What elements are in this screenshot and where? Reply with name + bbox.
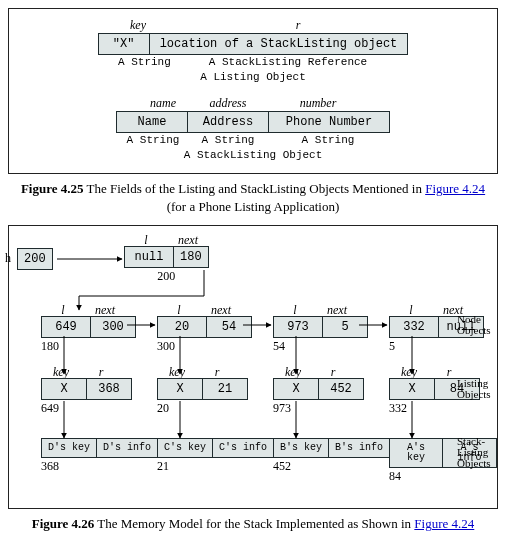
stacklisting-address: 21 xyxy=(157,460,274,472)
h-box: h 200 xyxy=(17,248,53,270)
head-node-label-next: next xyxy=(168,234,208,246)
listing-key-value: X xyxy=(41,378,87,400)
head-node: l next null 180 200 xyxy=(124,234,209,282)
type-label-stacklisting-ref: A StackListing Reference xyxy=(188,57,388,68)
caption-fig-num: Figure 4.25 xyxy=(21,181,84,196)
object-label-listing: A Listing Object xyxy=(200,72,306,83)
figure-4-24-link[interactable]: Figure 4.24 xyxy=(425,181,485,196)
side-label-node: Node Objects xyxy=(457,314,493,336)
node-object: lnext2054300 xyxy=(157,304,252,352)
figure-4-26-panel: h 200 l next null 180 200 lnext649300180… xyxy=(8,225,498,509)
listing-address: 332 xyxy=(389,402,480,414)
node-address: 5 xyxy=(389,340,484,352)
listing-object-diagram: key r "X" location of a StackListing obj… xyxy=(17,19,489,83)
stacklisting-key: A's key xyxy=(389,438,443,468)
h-label: h xyxy=(5,252,11,264)
type-label-string: A String xyxy=(118,57,178,68)
node-address: 54 xyxy=(273,340,368,352)
node-label-l: l xyxy=(41,304,85,316)
node-address: 180 xyxy=(41,340,136,352)
stacklisting-address: 452 xyxy=(273,460,390,472)
head-node-addr: 200 xyxy=(124,270,209,282)
listing-label-r: r xyxy=(313,366,353,378)
node-label-next: next xyxy=(85,304,125,316)
node-address: 300 xyxy=(157,340,252,352)
caption-fig-num-26: Figure 4.26 xyxy=(32,516,95,531)
listing-object: keyrX2120 xyxy=(157,366,248,414)
listing-address: 973 xyxy=(273,402,364,414)
type-label-string2: A String xyxy=(123,135,183,146)
stacklisting-address: 368 xyxy=(41,460,158,472)
listing-key-value: X xyxy=(157,378,203,400)
listing-label-key: key xyxy=(157,366,197,378)
listing-object: keyrX368649 xyxy=(41,366,132,414)
node-l-value: 332 xyxy=(389,316,439,338)
cell-number-value: Phone Number xyxy=(269,111,390,133)
field-header-number: number xyxy=(263,97,373,109)
listing-key-value: X xyxy=(389,378,435,400)
stacklisting-key: B's key xyxy=(273,438,329,458)
node-label-l: l xyxy=(273,304,317,316)
node-l-value: 973 xyxy=(273,316,323,338)
listing-r-value: 368 xyxy=(87,378,132,400)
stacklisting-address: 84 xyxy=(389,470,497,482)
figure-4-26-caption: Figure 4.26 The Memory Model for the Sta… xyxy=(18,515,488,533)
figure-4-24-link-2[interactable]: Figure 4.24 xyxy=(414,516,474,531)
stacklisting-key: D's key xyxy=(41,438,97,458)
cell-r-value: location of a StackListing object xyxy=(150,33,409,55)
listing-label-key: key xyxy=(41,366,81,378)
listing-r-value: 21 xyxy=(203,378,248,400)
cell-key-value: "X" xyxy=(98,33,150,55)
head-node-label-l: l xyxy=(124,234,168,246)
listing-label-r: r xyxy=(81,366,121,378)
stacklisting-info: C's info xyxy=(213,438,274,458)
field-header-name: name xyxy=(133,97,193,109)
listing-object-box: "X" location of a StackListing object xyxy=(98,33,409,55)
listing-r-value: 452 xyxy=(319,378,364,400)
cell-address-value: Address xyxy=(188,111,269,133)
field-header-key: key xyxy=(108,19,168,31)
stacklisting-object: D's keyD's info368 xyxy=(41,438,158,472)
field-header-r: r xyxy=(198,19,398,31)
type-label-string3: A String xyxy=(193,135,263,146)
listing-object: keyrX452973 xyxy=(273,366,364,414)
node-label-next: next xyxy=(201,304,241,316)
stacklisting-info: D's info xyxy=(97,438,158,458)
node-label-l: l xyxy=(157,304,201,316)
caption-26-text: The Memory Model for the Stack Implement… xyxy=(94,516,414,531)
object-label-stacklisting: A StackListing Object xyxy=(184,150,323,161)
stacklisting-object: C's keyC's info21 xyxy=(157,438,274,472)
stacklisting-info: B's info xyxy=(329,438,390,458)
cell-name-value: Name xyxy=(116,111,188,133)
listing-label-key: key xyxy=(273,366,313,378)
node-next-value: 300 xyxy=(91,316,136,338)
field-header-address: address xyxy=(193,97,263,109)
listing-address: 649 xyxy=(41,402,132,414)
stacklisting-key: C's key xyxy=(157,438,213,458)
node-l-value: 649 xyxy=(41,316,91,338)
listing-address: 20 xyxy=(157,402,248,414)
node-object: lnext973554 xyxy=(273,304,368,352)
figure-4-25-caption: Figure 4.25 The Fields of the Listing an… xyxy=(18,180,488,215)
caption-text-a: The Fields of the Listing and StackListi… xyxy=(83,181,425,196)
figure-4-25-panel: key r "X" location of a StackListing obj… xyxy=(8,8,498,174)
h-value: 200 xyxy=(17,248,53,270)
type-label-string4: A String xyxy=(273,135,383,146)
node-label-l: l xyxy=(389,304,433,316)
stacklisting-object: B's keyB's info452 xyxy=(273,438,390,472)
node-object: lnext649300180 xyxy=(41,304,136,352)
side-label-listing: Listing Objects xyxy=(457,378,493,400)
listing-label-r: r xyxy=(197,366,237,378)
listing-key-value: X xyxy=(273,378,319,400)
side-label-stacklisting: Stack-Listing Objects xyxy=(457,436,493,469)
caption-text-b: (for a Phone Listing Application) xyxy=(167,199,340,214)
node-label-next: next xyxy=(317,304,357,316)
listing-label-key: key xyxy=(389,366,429,378)
node-next-value: 54 xyxy=(207,316,252,338)
head-node-l: null xyxy=(124,246,174,268)
node-next-value: 5 xyxy=(323,316,368,338)
stacklisting-object-diagram: name address number Name Address Phone N… xyxy=(17,97,489,161)
node-l-value: 20 xyxy=(157,316,207,338)
head-node-next: 180 xyxy=(174,246,209,268)
stacklisting-object-box: Name Address Phone Number xyxy=(116,111,390,133)
